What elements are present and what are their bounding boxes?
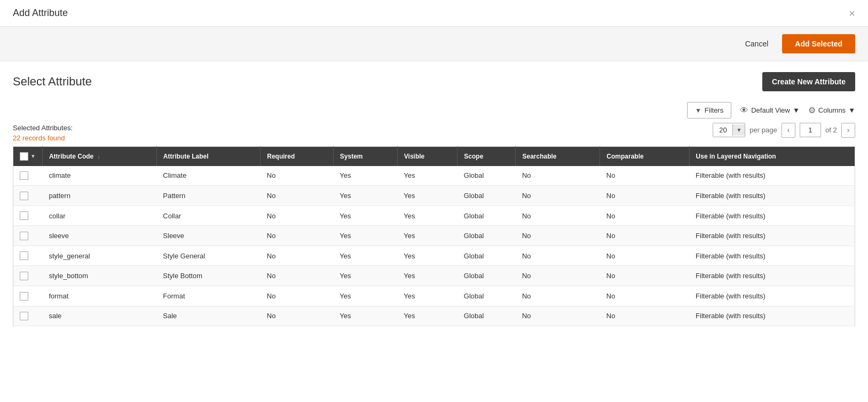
cell-comparable: No bbox=[600, 306, 689, 326]
cell-label[interactable]: Collar bbox=[156, 206, 260, 226]
row-checkbox-cell bbox=[13, 246, 43, 266]
cell-layered-nav: Filterable (with results) bbox=[689, 186, 855, 206]
row-checkbox[interactable] bbox=[20, 232, 28, 240]
pagination-row: 20 ▼ per page ‹ 1 of 2 › bbox=[713, 123, 855, 138]
cell-visible: Yes bbox=[397, 206, 457, 226]
th-required: Required bbox=[261, 146, 334, 166]
cell-searchable: No bbox=[516, 266, 600, 286]
cell-scope: Global bbox=[457, 186, 516, 206]
th-checkbox-cell: ▼ bbox=[13, 146, 43, 166]
cell-label[interactable]: Sale bbox=[156, 306, 260, 326]
cell-searchable: No bbox=[516, 306, 600, 326]
filters-button[interactable]: ▼ Filters bbox=[687, 102, 731, 119]
th-system: System bbox=[333, 146, 397, 166]
cell-visible: Yes bbox=[397, 286, 457, 306]
table-row: collarCollarNoYesYesGlobalNoNoFilterable… bbox=[13, 206, 855, 226]
toolbar-bar: Cancel Add Selected bbox=[0, 27, 868, 61]
columns-label: Columns bbox=[818, 106, 846, 114]
per-page-value: 20 bbox=[713, 123, 732, 137]
cell-comparable: No bbox=[600, 186, 689, 206]
cell-system: Yes bbox=[333, 286, 397, 306]
row-checkbox-cell bbox=[13, 206, 43, 226]
cell-scope: Global bbox=[457, 266, 516, 286]
view-label: Default View bbox=[751, 106, 790, 114]
cell-required: No bbox=[261, 266, 334, 286]
cell-label[interactable]: Format bbox=[156, 286, 260, 306]
per-page-dropdown-button[interactable]: ▼ bbox=[732, 124, 745, 136]
cell-system: Yes bbox=[333, 306, 397, 326]
cancel-button[interactable]: Cancel bbox=[738, 35, 776, 52]
th-attribute-label: Attribute Label bbox=[156, 146, 260, 166]
cell-system: Yes bbox=[333, 226, 397, 246]
filters-label: Filters bbox=[705, 106, 723, 114]
cell-searchable: No bbox=[516, 166, 600, 186]
cell-system: Yes bbox=[333, 206, 397, 226]
cell-searchable: No bbox=[516, 246, 600, 266]
cell-label[interactable]: Climate bbox=[156, 166, 260, 186]
next-page-button[interactable]: › bbox=[841, 123, 855, 138]
cell-comparable: No bbox=[600, 266, 689, 286]
cell-comparable: No bbox=[600, 246, 689, 266]
th-checkbox-dropdown[interactable]: ▼ bbox=[30, 153, 36, 159]
cell-searchable: No bbox=[516, 286, 600, 306]
cell-layered-nav: Filterable (with results) bbox=[689, 206, 855, 226]
cell-searchable: No bbox=[516, 206, 600, 226]
per-page-select[interactable]: 20 ▼ bbox=[713, 123, 745, 137]
cell-code: style_bottom bbox=[42, 266, 156, 286]
select-all-checkbox[interactable] bbox=[20, 152, 28, 161]
th-layered-nav: Use in Layered Navigation bbox=[689, 146, 855, 166]
cell-visible: Yes bbox=[397, 166, 457, 186]
add-selected-button[interactable]: Add Selected bbox=[782, 34, 855, 53]
cell-code: sale bbox=[42, 306, 156, 326]
cell-required: No bbox=[261, 246, 334, 266]
prev-page-button[interactable]: ‹ bbox=[782, 123, 795, 138]
row-checkbox-cell bbox=[13, 186, 43, 206]
cell-visible: Yes bbox=[397, 246, 457, 266]
current-page[interactable]: 1 bbox=[800, 123, 821, 137]
cell-code: format bbox=[42, 286, 156, 306]
cell-required: No bbox=[261, 306, 334, 326]
row-checkbox[interactable] bbox=[20, 171, 28, 180]
table-row: sleeveSleeveNoYesYesGlobalNoNoFilterable… bbox=[13, 226, 855, 246]
th-attribute-code: Attribute Code ↓ bbox=[42, 146, 156, 166]
cell-comparable: No bbox=[600, 226, 689, 246]
create-new-attribute-button[interactable]: Create New Attribute bbox=[762, 72, 855, 91]
cell-comparable: No bbox=[600, 206, 689, 226]
cell-scope: Global bbox=[457, 206, 516, 226]
row-checkbox[interactable] bbox=[20, 251, 28, 260]
total-pages: of 2 bbox=[825, 126, 837, 134]
table-row: formatFormatNoYesYesGlobalNoNoFilterable… bbox=[13, 286, 855, 306]
columns-selector[interactable]: ⚙ Columns ▼ bbox=[808, 105, 855, 115]
row-checkbox[interactable] bbox=[20, 211, 28, 220]
cell-scope: Global bbox=[457, 306, 516, 326]
cell-label[interactable]: Pattern bbox=[156, 186, 260, 206]
cell-searchable: No bbox=[516, 186, 600, 206]
cell-label[interactable]: Sleeve bbox=[156, 226, 260, 246]
sort-icon[interactable]: ↓ bbox=[98, 154, 100, 160]
cell-layered-nav: Filterable (with results) bbox=[689, 246, 855, 266]
selected-attributes-label: Selected Attributes: bbox=[13, 123, 73, 134]
cell-scope: Global bbox=[457, 226, 516, 246]
view-dropdown-arrow: ▼ bbox=[793, 106, 800, 114]
table-row: saleSaleNoYesYesGlobalNoNoFilterable (wi… bbox=[13, 306, 855, 326]
row-checkbox[interactable] bbox=[20, 312, 28, 320]
row-checkbox-cell bbox=[13, 266, 43, 286]
cell-required: No bbox=[261, 226, 334, 246]
th-scope: Scope bbox=[457, 146, 516, 166]
view-selector[interactable]: 👁 Default View ▼ bbox=[740, 106, 800, 115]
row-checkbox[interactable] bbox=[20, 292, 28, 301]
row-checkbox-cell bbox=[13, 226, 43, 246]
cell-layered-nav: Filterable (with results) bbox=[689, 306, 855, 326]
cell-system: Yes bbox=[333, 166, 397, 186]
close-button[interactable]: × bbox=[849, 8, 855, 19]
table-row: style_bottomStyle BottomNoYesYesGlobalNo… bbox=[13, 266, 855, 286]
cell-visible: Yes bbox=[397, 186, 457, 206]
cell-system: Yes bbox=[333, 246, 397, 266]
row-checkbox[interactable] bbox=[20, 272, 28, 280]
modal-header: Add Attribute × bbox=[0, 0, 868, 27]
cell-label[interactable]: Style General bbox=[156, 246, 260, 266]
gear-icon: ⚙ bbox=[808, 105, 816, 115]
cell-label[interactable]: Style Bottom bbox=[156, 266, 260, 286]
section-header: Select Attribute Create New Attribute bbox=[13, 72, 855, 91]
row-checkbox[interactable] bbox=[20, 192, 28, 200]
